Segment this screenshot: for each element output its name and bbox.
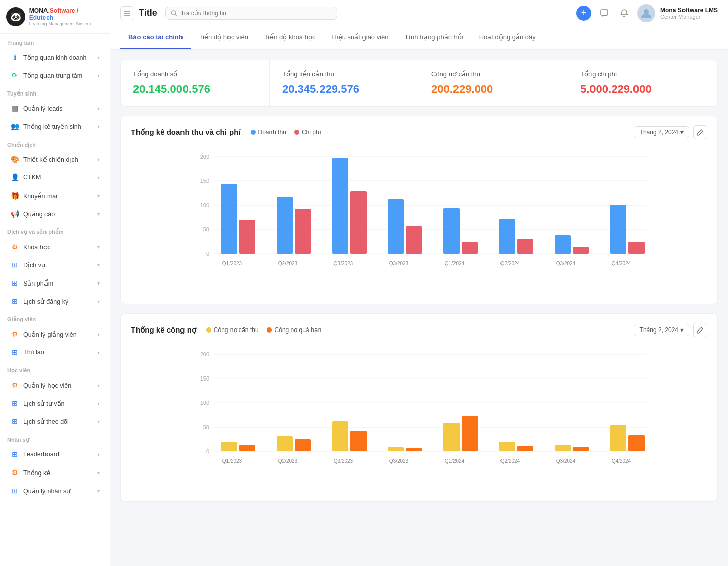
sidebar-item-thong-ke-tuyen-sinh[interactable]: 👥 Thống kê tuyển sinh ▾ (3, 118, 107, 135)
svg-text:Q3/2023: Q3/2023 (389, 261, 409, 266)
users-icon: 👥 (10, 122, 19, 131)
chevron-down-icon: ▾ (97, 419, 100, 424)
tab-bao-cao-tai-chinh[interactable]: Báo cáo tài chính (120, 26, 191, 49)
sidebar-item-lich-su-dang-ky[interactable]: ⊞ Lịch sử đăng ký ▾ (3, 293, 107, 310)
stat-value: 20.345.229.576 (282, 83, 406, 96)
sidebar-label: Lịch sử theo dõi (23, 418, 69, 426)
grid-icon: ⊞ (10, 399, 19, 408)
month-filter-button[interactable]: Tháng 2, 2024 ▾ (634, 126, 689, 138)
search-input[interactable] (180, 10, 332, 17)
month-filter-button[interactable]: Tháng 2, 2024 ▾ (634, 324, 689, 336)
sidebar-label: Thù lao (23, 349, 44, 356)
stat-value: 200.229.000 (431, 83, 556, 96)
revenue-chart-container: 200 150 100 50 0 Q1/2023 Q2/2023 (131, 147, 707, 295)
sidebar-label: Quản lý leads (23, 105, 62, 112)
grid-icon: ⊞ (10, 278, 19, 288)
sidebar-item-quan-ly-hoc-vien[interactable]: ⚙ Quản lý học viên ▾ (3, 376, 107, 394)
sidebar-item-tong-quan-trung-tam[interactable]: ⟳ Tổng quan trung tâm ▾ (3, 67, 107, 84)
sidebar-item-quang-cao[interactable]: 📢 Quảng cáo ▾ (3, 205, 107, 222)
svg-text:Q1/2024: Q1/2024 (445, 261, 465, 266)
svg-text:Q1/2023: Q1/2023 (222, 261, 242, 266)
svg-rect-30 (462, 242, 478, 254)
chevron-down-icon: ▾ (97, 280, 100, 286)
sidebar-toggle-button[interactable] (120, 6, 134, 20)
grid-icon: ⊞ (10, 450, 19, 459)
ad-icon: 📢 (10, 209, 19, 218)
svg-rect-67 (517, 446, 533, 451)
svg-rect-27 (406, 226, 422, 254)
svg-rect-26 (388, 199, 404, 254)
list-icon: ▤ (10, 104, 19, 113)
svg-rect-20 (277, 197, 293, 254)
info-icon: ℹ (10, 53, 19, 62)
sidebar-item-leaderboard[interactable]: ⊞ Leaderboard ▾ (3, 446, 107, 463)
topbar-title-area: Title (120, 6, 157, 20)
svg-rect-51 (221, 442, 237, 451)
svg-rect-69 (555, 445, 571, 451)
chevron-down-icon: ▾ (97, 332, 100, 337)
sidebar-item-lich-su-tu-van[interactable]: ⊞ Lịch sử tư vấn ▾ (3, 395, 107, 412)
chevron-down-icon: ▾ (97, 55, 100, 60)
sidebar-item-thong-ke[interactable]: ⚙ Thống kê ▾ (3, 464, 107, 481)
add-button[interactable]: + (576, 6, 592, 21)
svg-text:200: 200 (200, 351, 209, 357)
section-label-dich-vu: Dịch vụ và sản phẩm (0, 223, 110, 238)
bell-icon[interactable] (617, 6, 632, 21)
tab-hoat-dong-gan-day[interactable]: Hoạt động gần đây (471, 26, 544, 49)
edit-chart-button[interactable] (693, 125, 707, 139)
main-content: Title + (110, 0, 728, 566)
sidebar-item-san-pham[interactable]: ⊞ Sản phẩm ▾ (3, 274, 107, 292)
svg-rect-61 (406, 448, 422, 451)
stats-row: Tổng doanh số 20.145.000.576 Tổng tiền c… (120, 60, 718, 107)
svg-rect-58 (350, 431, 367, 451)
sidebar-item-thiet-ke-chien-dich[interactable]: 🎨 Thiết kế chiến dịch ▾ (3, 151, 107, 168)
logo-subtitle: Learning Management System (29, 21, 104, 26)
svg-rect-1 (124, 13, 130, 14)
topbar-actions: + Mona Software LMS (576, 4, 718, 22)
svg-rect-64 (462, 416, 478, 451)
sidebar-item-quan-ly-giang-vien[interactable]: ⚙ Quản lý giảng viên ▾ (3, 325, 107, 343)
chart-revenue: Thống kê doanh thu và chi phí Doanh thu … (120, 116, 718, 304)
tab-tinh-trang-phan-hoi[interactable]: Tình trạng phản hồi (397, 26, 471, 49)
search-box[interactable] (165, 7, 337, 20)
svg-text:50: 50 (203, 424, 209, 430)
stat-card-cong-no-can-thu: Công nợ cần thu 200.229.000 (419, 60, 568, 106)
sidebar-item-quan-ly-nhan-su[interactable]: ⊞ Quản lý nhân sự ▾ (3, 482, 107, 499)
gear-icon: ⚙ (10, 381, 19, 390)
stat-label: Tổng tiền cần thu (282, 70, 406, 78)
chart-legend: Doanh thu Chi phí (251, 129, 321, 136)
sidebar-item-lich-su-theo-doi[interactable]: ⊞ Lịch sử theo dõi ▾ (3, 413, 107, 430)
tab-hieu-suat-giao-vien[interactable]: Hiệu suất giáo viên (324, 26, 396, 49)
svg-rect-29 (443, 208, 460, 254)
chevron-down-icon: ▾ (97, 350, 100, 355)
legend-label: Doanh thu (258, 129, 286, 136)
legend-label: Chi phí (302, 129, 321, 136)
svg-rect-17 (221, 184, 237, 254)
tab-tien-do-hoc-vien[interactable]: Tiến độ học viên (191, 26, 256, 49)
svg-text:50: 50 (203, 226, 209, 232)
stat-label: Công nợ cần thu (431, 70, 556, 78)
refresh-icon: ⟳ (10, 71, 19, 80)
chevron-down-icon: ▾ (97, 383, 100, 388)
svg-text:Q3/2023: Q3/2023 (334, 261, 353, 266)
svg-text:100: 100 (200, 202, 209, 208)
tab-tien-do-khoa-hoc[interactable]: Tiến độ khoá học (256, 26, 324, 49)
edit-chart-button[interactable] (693, 323, 707, 337)
chat-icon[interactable] (597, 6, 612, 21)
sidebar-item-ctkm[interactable]: 👤 CTKM ▾ (3, 169, 107, 186)
svg-rect-38 (610, 205, 626, 254)
sidebar-item-dich-vu[interactable]: ⊞ Dịch vụ ▾ (3, 256, 107, 273)
design-icon: 🎨 (10, 155, 19, 164)
section-label-hoc-vien: Học viên (0, 361, 110, 376)
legend-cong-no-qua-han: Công nợ quá hạn (267, 326, 322, 334)
svg-text:Q2/2024: Q2/2024 (500, 458, 520, 464)
svg-text:Q4/2024: Q4/2024 (612, 261, 631, 266)
sidebar-item-tong-quan-kinh-doanh[interactable]: ℹ Tổng quan kinh doanh ▾ (3, 49, 107, 66)
svg-rect-33 (517, 239, 533, 254)
svg-text:Q4/2024: Q4/2024 (612, 458, 631, 464)
sidebar-item-quan-ly-leads[interactable]: ▤ Quản lý leads ▾ (3, 100, 107, 117)
sidebar-item-thu-lao[interactable]: ⊞ Thù lao ▾ (3, 344, 107, 361)
sidebar-label: Leaderboard (23, 451, 59, 458)
sidebar-item-khoa-hoc[interactable]: ⚙ Khoá học ▾ (3, 238, 107, 255)
sidebar-item-khuyen-mai[interactable]: 🎁 Khuyến mãi ▾ (3, 187, 107, 204)
